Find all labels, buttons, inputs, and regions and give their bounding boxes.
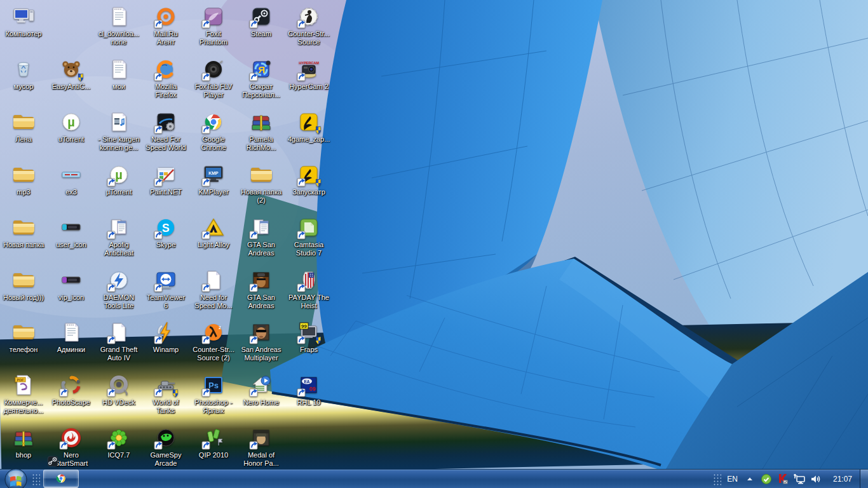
desktop-icon-c3-r6[interactable]: DAEMONTools Lite [95,268,142,310]
desktop-icon-c5-r1[interactable]: FoxitPhantom [190,4,237,46]
textfile-icon [106,57,132,82]
taskbar-button-google-chrome[interactable] [43,470,79,487]
fourgame-icon [296,162,322,187]
desktop-icon-c1-r9[interactable]: bhop [0,425,47,459]
tray-drag-handle[interactable] [712,473,721,485]
desktop-icon-c4-r9[interactable]: GameSpyArcade [142,425,189,468]
desktop-icon-label: Админки [57,346,86,354]
desktop-icon-c1-r1[interactable]: Компьютер [0,4,47,38]
desktop-icon-c2-r8[interactable]: PhotoScape [48,372,95,407]
kaspersky-icon[interactable] [776,472,790,486]
icq-icon [106,425,132,451]
desktop-icon-c5-r3[interactable]: GoogleChrome [190,109,237,152]
desktop-icon-c7-r5[interactable]: CamtasiaStudio 7 [285,215,332,257]
desktop-icon-c3-r4[interactable]: µµTorrent [95,162,142,196]
desktop-icon-c3-r1[interactable]: cl_downloa...none [95,4,142,46]
desktop-icon-c4-r5[interactable]: SSkype [142,215,189,249]
desktop-icon-c7-r7[interactable]: 99Fraps [285,320,332,354]
desktop-icon-c3-r3[interactable]: - Sine kurgenkonnen ge... [95,109,142,152]
rhl-icon: EA09 [296,372,322,398]
system-tray: EN [710,470,868,488]
foxit-icon [201,4,226,29]
volume-icon[interactable] [809,472,823,486]
desktop-icon-c5-r9[interactable]: QIP 2010 [190,425,237,459]
desktop-icon-c1-r8[interactable]: PDFКоммерче...деятельно... [0,372,47,415]
usbpurple-icon [58,268,84,293]
language-indicator[interactable]: EN [723,475,742,484]
desktop-icon-c2-r5[interactable]: user_icon [48,215,95,249]
desktop-icon-c1-r5[interactable]: Новая папка [0,215,47,249]
desktop-icon-c6-r1[interactable]: Steam [238,4,285,38]
shortcut-arrow-icon [250,442,257,449]
desktop-icon-c5-r5[interactable]: Light Alloy [190,215,237,249]
desktop-icon-c4-r4[interactable]: Paint.NET [142,162,189,196]
desktop-icon-c5-r7[interactable]: 2Counter-Str...Source (2) [190,320,237,362]
desktop-icon-c2-r3[interactable]: µuTorrent [48,109,95,144]
start-button[interactable] [3,466,29,488]
desktop-icon-c7-r3[interactable]: 4game_zap... [285,109,332,144]
uac-shield-icon [316,337,321,344]
desktop-icon-c1-r7[interactable]: телефон [0,320,47,354]
nerohome-icon [248,372,274,398]
desktop-icon-c4-r6[interactable]: TeamViewer6 [142,268,189,310]
desktop-icon-c4-r3[interactable]: Need ForSpeed World [142,109,189,152]
desktop-icon-c3-r2[interactable]: мои [95,57,142,91]
nerostart-icon [58,425,84,451]
desktop-icon-label: Fraps [300,346,318,354]
desktop-icon-c5-r8[interactable]: PsPhotoshop -Ярлык [190,372,237,415]
desktop-icon-label: user_icon [56,241,86,249]
google-chrome-icon [54,471,68,485]
desktop-icon-c6-r5[interactable]: GTA SanAndreas [238,215,285,257]
desktop-icon-label: FoxTab FLVPlayer [195,83,233,99]
shortcut-arrow-icon [202,442,210,449]
desktop-icon-c3-r8[interactable]: HD VDeck [95,372,142,407]
desktop-icon-c5-r4[interactable]: KMPKMPlayer [190,162,237,196]
svg-text:Я: Я [259,64,266,75]
desktop-icon-c2-r6[interactable]: vip_icon [48,268,95,302]
desktop-icon-c7-r1[interactable]: Counter-Str...Source [285,4,332,46]
camtasia-icon [296,215,322,240]
desktop-icon-c4-r8[interactable]: World ofTanks [142,372,189,415]
desktop-icon-c1-r3[interactable]: Лена [0,109,47,144]
desktop-icon-c1-r6[interactable]: Новый год))) [0,268,47,302]
chrome-icon [201,109,226,135]
desktop-icon-c6-r4[interactable]: Новая папка(2) [238,162,285,205]
desktop-icon-c2-r7[interactable]: Админки [48,320,95,354]
taskbar-button-steam[interactable] [43,453,62,470]
desktop-icon-c2-r2[interactable]: EasyAntiC... [48,57,95,91]
desktop-icon-c6-r9[interactable]: Medal ofHonor Pa... [238,425,285,468]
shortcut-arrow-icon [154,231,162,239]
hidden-icons-arrow-icon[interactable] [743,472,757,486]
taskbar-drag-handle[interactable] [31,473,40,485]
desktop-icon-c6-r3[interactable]: PamelaRichMo... [238,109,285,152]
desktop-icon-c7-r8[interactable]: EA09RHL 10 [285,372,332,407]
desktop-icon-c4-r7[interactable]: Winamp [142,320,189,354]
folder-icon [11,215,36,240]
svg-text:KMP: KMP [208,171,219,175]
desktop-icon-c3-r7[interactable]: Grand TheftAuto IV [95,320,142,362]
desktop-icon-c6-r8[interactable]: Nero Home [238,372,285,407]
desktop-icon-c7-r4[interactable]: Запускатр [285,162,332,196]
desktop-icon-c5-r2[interactable]: FoxTab FLVPlayer [190,57,237,99]
desktop-icon-label: Counter-Str...Source (2) [193,346,234,362]
desktop-icon-c7-r2[interactable]: HYPERCAMHyperCam 2 [285,57,332,91]
fourgame-icon [296,109,322,135]
show-desktop-button[interactable] [860,470,868,488]
desktop-icon-c3-r9[interactable]: ICQ7.7 [95,425,142,459]
desktop-icon-c3-r5[interactable]: ApofigAnticheat [95,215,142,257]
skype-status-icon[interactable] [759,472,773,486]
desktop-icon-c2-r4[interactable]: ex3 [48,162,95,196]
desktop-icon-c5-r6[interactable]: Need forSpeed Mo... [190,268,237,310]
network-icon[interactable] [792,472,806,486]
desktop-icon-c6-r6[interactable]: GTA SanAndreas [238,268,285,310]
hdvdeck-icon [106,372,132,398]
desktop-icon-c7-r6[interactable]: PAYDAY TheHeist [285,268,332,310]
desktop-icon-c4-r1[interactable]: Mail.RuАгент [142,4,189,46]
clock[interactable]: 21:07 [824,475,860,484]
mailru-icon [153,4,179,29]
desktop-icon-c4-r2[interactable]: MozillaFirefox [142,57,189,99]
desktop-icon-c6-r7[interactable]: San AndreasMultiplayer [238,320,285,362]
desktop-icon-c1-r2[interactable]: мусор [0,57,47,91]
desktop-icon-c6-r2[interactable]: ЯСократПерсонал... [238,57,285,99]
desktop-icon-c1-r4[interactable]: mp3 [0,162,47,196]
